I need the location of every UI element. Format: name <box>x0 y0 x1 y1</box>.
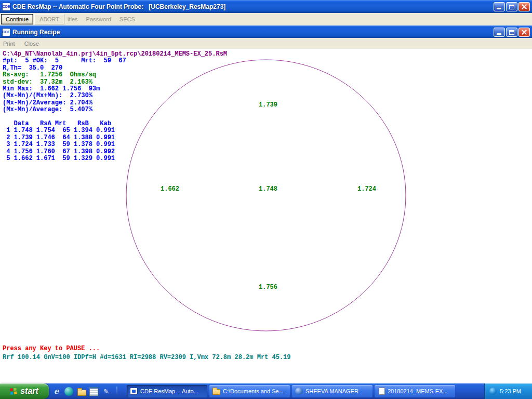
status-line: Rrf 100.14 GnV=100 IDPf=H #d=1631 RI=298… <box>3 354 291 361</box>
menu-item-ities[interactable]: ities <box>68 16 78 22</box>
report-line: Min Max: 1.662 1.756 93m <box>3 86 227 92</box>
taskbar-button[interactable]: SHEEVA MANAGER <box>292 385 373 397</box>
report-line: 1 1.748 1.754 65 1.394 0.991 <box>3 127 227 134</box>
pen-icon[interactable]: ✎ <box>102 387 111 396</box>
recipe-maximize-button[interactable] <box>506 28 517 37</box>
report-line: std-dev: 37.32m 2.163% <box>3 79 227 86</box>
main-window-title: CDE ResMap -- Automatic Four Point Probe… <box>12 3 494 10</box>
taskbar-button-label: C:\Documents and Se... <box>223 388 284 394</box>
report-line: (Mx-Mn)/Average: 5.407% <box>3 107 227 113</box>
minimize-icon <box>497 8 501 9</box>
quick-launch: e✎ <box>52 387 117 396</box>
taskbar-button[interactable]: 20180214_MEMS-EX... <box>375 385 455 397</box>
report-line: Rs-avg: 1.7256 Ohms/sq <box>3 72 227 78</box>
taskbar-button-label: 20180214_MEMS-EX... <box>388 388 448 394</box>
clock: 5:23 PM <box>500 388 521 394</box>
windows-flag-icon <box>10 388 18 395</box>
recipe-minimize-button[interactable] <box>494 28 505 37</box>
taskbar-button[interactable]: CDE ResMap -- Auto... <box>127 385 207 397</box>
continue-button[interactable]: Continue <box>1 14 33 24</box>
taskbar-button[interactable]: C:\Documents and Se... <box>209 385 290 397</box>
internet-explorer-icon[interactable]: e <box>52 387 61 396</box>
wafer-point-label: 1.748 <box>259 185 277 193</box>
report-line: C:\4p_NT\Nanolab_4in.prj\4in_5pt.rcp\201… <box>3 51 227 58</box>
main-close-button[interactable] <box>518 2 530 11</box>
main-menubar: itiesPasswordSECS <box>68 16 135 22</box>
notepad-icon[interactable] <box>89 387 98 396</box>
recipe-window-controls <box>494 28 530 37</box>
main-minimize-button[interactable] <box>494 2 505 11</box>
main-window-controls <box>494 2 530 11</box>
folder-icon <box>212 389 220 395</box>
menu-item-close[interactable]: Close <box>24 41 39 47</box>
close-icon <box>519 3 529 11</box>
recipe-window-title: Running Recipe <box>12 29 494 36</box>
taskbar: start e✎ CDE ResMap -- Auto...C:\Documen… <box>0 383 532 399</box>
doc-icon <box>379 388 385 395</box>
recipe-window-icon: CDE <box>2 28 10 36</box>
report-lines: C:\4p_NT\Nanolab_4in.prj\4in_5pt.rcp\201… <box>3 51 227 163</box>
app-icon[interactable] <box>64 387 73 396</box>
report-line: Data RsA Mrt RsB Kab <box>3 121 227 127</box>
recipe-window-titlebar: CDE Running Recipe <box>0 25 532 38</box>
cde-app-icon: CDE <box>2 3 10 11</box>
abort-button[interactable]: ABORT <box>34 14 64 24</box>
wafer-point-label: 1.662 <box>161 185 179 193</box>
maximize-icon <box>509 5 514 9</box>
pause-message: Press any Key to PAUSE ... <box>3 345 100 352</box>
report-line <box>3 114 227 121</box>
menu-item-secs[interactable]: SECS <box>119 16 135 22</box>
report-line: 3 1.724 1.733 59 1.378 0.991 <box>3 141 227 148</box>
cde-icon <box>130 388 138 395</box>
maximize-icon <box>509 30 514 35</box>
folder-icon[interactable] <box>77 387 86 396</box>
recipe-menubar: PrintClose <box>0 38 532 49</box>
menu-item-print[interactable]: Print <box>3 41 15 47</box>
cde-app-icon-text: CDE <box>3 5 10 8</box>
report-line: (Mx-Mn)/(Mx+Mn): 2.730% <box>3 92 227 99</box>
main-toolbar: Continue ABORT itiesPasswordSECS <box>0 13 532 25</box>
wafer-point-label: 1.724 <box>357 185 376 193</box>
main-window-titlebar: CDE CDE ResMap -- Automatic Four Point P… <box>0 0 532 13</box>
recipe-close-button[interactable] <box>518 28 530 37</box>
taskbar-button-label: SHEEVA MANAGER <box>305 388 358 394</box>
tray-network-icon[interactable] <box>489 388 497 395</box>
report-line: 4 1.756 1.760 67 1.398 0.992 <box>3 149 227 155</box>
wafer-point-label: 1.739 <box>259 101 277 109</box>
start-button[interactable]: start <box>0 383 49 399</box>
sheeva-icon <box>295 388 303 395</box>
system-tray: 5:23 PM <box>484 383 532 399</box>
minimize-icon <box>497 33 501 35</box>
menu-item-password[interactable]: Password <box>86 16 111 22</box>
recipe-client-area: C:\4p_NT\Nanolab_4in.prj\4in_5pt.rcp\201… <box>0 49 532 383</box>
report-line: (Mx-Mn)/2Average: 2.704% <box>3 100 227 107</box>
wafer-point-label: 1.756 <box>259 284 277 291</box>
main-maximize-button[interactable] <box>506 2 517 11</box>
report-line: #pt: 5 #OK: 5 Mrt: 59 67 <box>3 58 227 64</box>
report-line: R,Th= 35.0 270 <box>3 65 227 72</box>
report-line: 2 1.739 1.746 64 1.388 0.991 <box>3 135 227 141</box>
recipe-window-icon-text: CDE <box>3 30 10 34</box>
taskbar-button-label: CDE ResMap -- Auto... <box>140 388 198 394</box>
desktop: CDE CDE ResMap -- Automatic Four Point P… <box>0 0 532 399</box>
close-icon <box>519 28 529 36</box>
taskbar-buttons: CDE ResMap -- Auto...C:\Documents and Se… <box>127 385 455 397</box>
start-button-label: start <box>20 387 38 396</box>
report-line: 5 1.662 1.671 59 1.329 0.991 <box>3 155 227 162</box>
